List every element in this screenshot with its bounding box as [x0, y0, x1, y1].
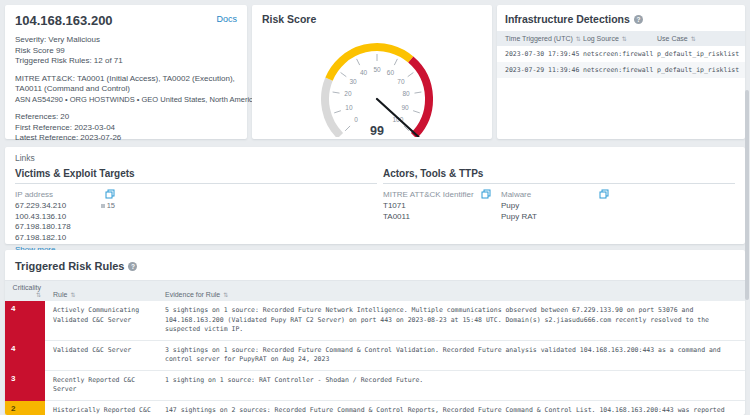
info-icon[interactable]: ? [128, 262, 137, 271]
actors-heading: Actors, Tools & TTPs [383, 168, 735, 184]
column-header-log-source[interactable]: Log Source⇅ [583, 35, 657, 42]
column-header-criticality[interactable]: Criticality ⇅ [5, 281, 45, 301]
list-item[interactable]: 67.198.182.10 [15, 233, 115, 244]
asn-geo-line: ASN AS54290 • ORG HOSTWINDS • GEO United… [15, 95, 237, 106]
gauge-tick [415, 92, 422, 93]
criticality-badge: 4 [5, 301, 45, 341]
list-item[interactable]: 100.43.136.10 [15, 212, 115, 223]
risk-rule-row: 4Validated C&C Server3 sightings on 1 so… [5, 341, 745, 371]
latest-reference-line: Latest Reference: 2023-07-26 [15, 133, 237, 144]
actors-tools-ttps-section: Actors, Tools & TTPs MITRE ATT&CK Identi… [383, 168, 735, 254]
ip-address-value[interactable]: 67.198.180.178 [15, 222, 71, 233]
table-cell: p_default_ip_risklist [657, 66, 745, 74]
gauge-tick-label: 20 [344, 90, 352, 97]
risk-rules-title: Triggered Risk Rules [15, 260, 124, 272]
malware-value[interactable]: Pupy [501, 201, 609, 212]
gauge-tick [333, 92, 340, 93]
ip-address-value[interactable]: 67.229.34.210 [15, 201, 66, 212]
criticality-badge: 3 [5, 371, 45, 401]
gauge-tick-label: 50 [373, 66, 381, 73]
gauge-arc-segment [411, 60, 429, 136]
info-icon[interactable]: ? [634, 15, 643, 24]
malware-value[interactable]: Pupy RAT [501, 212, 609, 223]
sort-icon: ⇅ [8, 291, 41, 298]
risk-rule-row: 4Actively Communicating Validated C&C Se… [5, 301, 745, 341]
scrollbar[interactable] [745, 90, 749, 300]
copy-icon[interactable] [481, 189, 491, 199]
gauge-tick-label: 70 [397, 78, 405, 85]
risk-rule-row: 3Recently Reported C&C Server1 sighting … [5, 371, 745, 401]
risk-score-gauge: 010203040506070809010099 [262, 25, 492, 137]
malware-list: Malware PupyPupy RAT [501, 189, 609, 222]
copy-icon[interactable] [105, 189, 115, 199]
ip-summary-card: 104.168.163.200 Docs Severity: Very Mali… [5, 5, 247, 139]
risk-score-title: Risk Score [262, 13, 482, 25]
risk-score-card: Risk Score 010203040506070809010099 [252, 5, 492, 139]
rule-name: Actively Communicating Validated C&C Ser… [45, 301, 157, 341]
copy-icon[interactable] [599, 189, 609, 199]
criticality-badge: 4 [5, 341, 45, 371]
gauge-value: 99 [370, 124, 384, 137]
table-row: 2023-07-29 11:39:46netscreen:firewallp_d… [497, 62, 745, 78]
rule-evidence: 5 sightings on 1 source: Recorded Future… [157, 301, 745, 341]
rule-evidence: 147 sightings on 2 sources: Recorded Fut… [157, 401, 745, 415]
gauge-tick [341, 73, 347, 77]
reference-count-icon [101, 204, 105, 208]
mitre-line: MITRE ATT&CK: TA0001 (Initial Access), T… [15, 74, 237, 95]
mitre-identifier-list: MITRE ATT&CK Identifier T1071TA0011 [383, 189, 491, 222]
sort-icon: ⇅ [223, 292, 228, 298]
list-item[interactable]: 67.229.34.21015 [15, 201, 115, 212]
column-header-rule[interactable]: Rule⇅ [45, 288, 157, 301]
infra-detections-title: Infrastructure Detections [505, 13, 630, 25]
gauge-tick [357, 59, 360, 65]
links-title: Links [15, 153, 735, 163]
gauge-tick-label: 10 [345, 104, 353, 111]
gauge-tick-label: 30 [349, 78, 357, 85]
triggered-risk-rules-card: Triggered Risk Rules? Criticality ⇅ Rule… [5, 250, 745, 415]
docs-link[interactable]: Docs [216, 14, 237, 24]
list-item[interactable]: 67.198.180.178 [15, 222, 115, 233]
malware-label: Malware [501, 190, 531, 199]
gauge-tick-label: 60 [387, 69, 395, 76]
links-card: Links Victims & Exploit Targets IP addre… [5, 147, 745, 244]
ip-address-value[interactable]: 100.43.136.10 [15, 212, 66, 223]
risk-rule-row: 2Historically Reported C&C Server147 sig… [5, 401, 745, 415]
table-cell: 2023-07-29 11:39:46 [497, 66, 583, 74]
table-cell: netscreen:firewall [583, 50, 657, 58]
rule-evidence: 1 sighting on 1 source: RAT Controller -… [157, 371, 745, 401]
gauge-tick-label: 40 [360, 69, 368, 76]
victims-heading: Victims & Exploit Targets [15, 168, 377, 184]
gauge-tick [413, 111, 420, 113]
first-reference-line: First Reference: 2023-03-04 [15, 123, 237, 134]
risk-rules-table-body: 4Actively Communicating Validated C&C Se… [5, 301, 745, 415]
references-line: References: 20 [15, 112, 237, 123]
infra-detections-table: Time Triggered (UTC)⇅ Log Source⇅ Use Ca… [497, 31, 745, 78]
victims-exploit-targets-section: Victims & Exploit Targets IP address 67.… [15, 168, 377, 254]
triggered-rules-line: Triggered Risk Rules: 12 of 71 [15, 56, 237, 67]
gauge-tick-label: 0 [354, 116, 358, 123]
gauge-arc-segment [325, 79, 340, 136]
column-header-time-triggered[interactable]: Time Triggered (UTC)⇅ [497, 35, 583, 42]
ip-address-value[interactable]: 67.198.182.10 [15, 233, 66, 244]
mitre-identifier-value[interactable]: T1071 [383, 201, 491, 212]
table-row: 2023-07-30 17:39:45netscreen:firewallp_d… [497, 46, 745, 62]
gauge-tick [408, 73, 414, 77]
gauge-arc-segment [329, 47, 411, 79]
sort-icon: ⇅ [691, 36, 696, 42]
gauge-tick-label: 90 [401, 104, 409, 111]
severity-line: Severity: Very Malicious [15, 35, 237, 46]
reference-count: 15 [101, 201, 115, 212]
table-cell: 2023-07-30 17:39:45 [497, 50, 583, 58]
table-cell: p_default_ip_risklist [657, 50, 745, 58]
mitre-identifier-value[interactable]: TA0011 [383, 212, 491, 223]
gauge-tick-label: 80 [402, 90, 410, 97]
gauge-tick [334, 111, 341, 113]
column-header-evidence[interactable]: Evidence for Rule⇅ [157, 288, 745, 301]
ip-address-list-label: IP address [15, 190, 53, 199]
column-header-use-case[interactable]: Use Case⇅ [657, 35, 745, 42]
rule-name: Historically Reported C&C Server [45, 401, 157, 415]
gauge-tick [345, 126, 350, 131]
rule-evidence: 3 sightings on 1 source: Recorded Future… [157, 341, 745, 371]
sort-icon: ⇅ [622, 36, 627, 42]
table-cell: netscreen:firewall [583, 66, 657, 74]
